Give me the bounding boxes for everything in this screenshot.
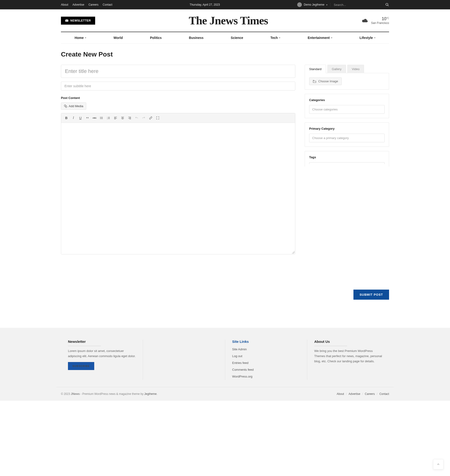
nav-science[interactable]: Science (229, 32, 246, 43)
header: NEWSLETTER The Jnews Times 10°C San Fran… (56, 9, 394, 32)
nav-entertainment[interactable]: Entertainment▾ (305, 32, 335, 43)
primary-category-panel: Primary Category Choose a primary catego… (305, 122, 389, 147)
svg-rect-16 (108, 119, 110, 119)
newsletter-button[interactable]: NEWSLETTER (61, 17, 95, 25)
svg-rect-25 (128, 117, 131, 117)
topbar-link-careers[interactable]: Careers (88, 3, 98, 6)
nav-label: Tech (271, 36, 278, 40)
footer-bottom-about[interactable]: About (337, 392, 344, 396)
search-input[interactable] (334, 3, 362, 6)
topbar-date: Thursday, April 27, 2023 (112, 3, 297, 6)
svg-rect-18 (114, 118, 116, 118)
svg-rect-8 (101, 118, 103, 118)
weather-city: San Francisco (371, 21, 389, 25)
align-right-button[interactable] (126, 115, 133, 121)
bold-button[interactable]: B (63, 115, 70, 121)
weather-widget: 10°C San Francisco (362, 16, 389, 25)
chevron-down-icon: ▾ (326, 4, 327, 6)
add-media-button[interactable]: Add Media (61, 102, 86, 110)
nav-world[interactable]: World (111, 32, 125, 43)
choose-image-button[interactable]: Choose Image (309, 77, 342, 85)
site-logo[interactable]: The Jnews Times (189, 14, 268, 27)
svg-point-7 (100, 118, 101, 118)
svg-point-5 (100, 117, 101, 117)
svg-rect-19 (114, 118, 117, 119)
user-name: Demo Jegtheme (304, 3, 324, 6)
footer-link-comments-feed[interactable]: Comments feed (232, 366, 300, 373)
weather-unit: °C (386, 17, 389, 19)
topbar-link-advertise[interactable]: Advertise (72, 3, 84, 6)
align-center-button[interactable] (119, 115, 126, 121)
svg-point-9 (100, 119, 101, 119)
nav-lifestyle[interactable]: Lifestyle▾ (357, 32, 378, 43)
main-column: Post Content Add Media B I U ABC 123 (61, 65, 295, 254)
footer-empty (143, 339, 225, 380)
submit-post-button[interactable]: SUBMIT POST (353, 290, 389, 300)
nav-label: Home (75, 36, 84, 40)
subscribe-button[interactable]: SUBSCRIBE (68, 362, 94, 370)
nav-business[interactable]: Business (187, 32, 206, 43)
post-subtitle-input[interactable] (61, 82, 295, 90)
search-icon[interactable] (385, 3, 389, 6)
tab-video[interactable]: Video (347, 65, 364, 73)
editor: B I U ABC 123 (61, 113, 295, 254)
footer-bottom-links: About/ Advertise/ Careers/ Contact (337, 392, 389, 396)
align-left-button[interactable] (112, 115, 119, 121)
tab-standard[interactable]: Standard (305, 65, 326, 73)
strikethrough-button[interactable]: ABC (91, 115, 98, 121)
search-wrap (330, 3, 389, 6)
footer-link-wordpress[interactable]: WordPress.org (232, 373, 300, 380)
footer-link-entries-feed[interactable]: Entries feed (232, 359, 300, 366)
post-title-input[interactable] (61, 65, 295, 78)
svg-line-1 (388, 5, 389, 6)
folder-open-icon (313, 80, 316, 83)
nav-politics[interactable]: Politics (148, 32, 164, 43)
footer-bottom-advertise[interactable]: Advertise (349, 392, 360, 396)
footer: Newsletter Lorem ipsum dolor sit amet, c… (0, 328, 450, 401)
italic-button[interactable]: I (70, 115, 77, 121)
fullscreen-button[interactable] (154, 115, 161, 121)
footer-sitelinks-title: Site Links (232, 339, 265, 344)
nav-label: Politics (150, 36, 162, 40)
svg-point-0 (386, 3, 388, 5)
tags-title: Tags (309, 155, 385, 159)
topbar-link-contact[interactable]: Contact (103, 3, 112, 6)
nav-home[interactable]: Home▾ (72, 32, 89, 43)
undo-button[interactable] (133, 115, 140, 121)
nav-label: World (113, 36, 123, 40)
primary-category-select[interactable]: Choose a primary category (309, 134, 385, 142)
footer-bottom-contact[interactable]: Contact (379, 392, 389, 396)
footer-bottom-careers[interactable]: Careers (365, 392, 375, 396)
jegtheme-link[interactable]: Jegtheme (144, 392, 157, 396)
editor-textarea[interactable] (61, 123, 295, 254)
tags-input-partial[interactable] (309, 162, 385, 164)
underline-button[interactable]: U (77, 115, 84, 121)
svg-text:3: 3 (107, 119, 108, 119)
image-panel: Choose Image (305, 73, 389, 89)
footer-link-logout[interactable]: Log out (232, 353, 300, 359)
categories-panel: Categories Choose categories (305, 94, 389, 118)
footer-about: About Us We bring you the best Premium W… (307, 339, 389, 380)
footer-link-site-admin[interactable]: Site Admin (232, 346, 300, 353)
svg-rect-17 (114, 117, 117, 117)
tab-gallery[interactable]: Gallery (327, 65, 346, 73)
svg-rect-10 (101, 119, 103, 119)
cloud-icon (362, 18, 368, 23)
resize-handle[interactable] (292, 251, 295, 254)
numbered-list-button[interactable]: 123 (105, 115, 112, 121)
categories-select[interactable]: Choose categories (309, 105, 385, 114)
user-menu[interactable]: Demo Jegtheme ▾ (297, 2, 327, 7)
nav-label: Entertainment (308, 36, 330, 40)
newsletter-label: NEWSLETTER (70, 19, 91, 22)
svg-rect-27 (128, 118, 131, 119)
chevron-down-icon: ▾ (331, 36, 332, 39)
topbar-link-about[interactable]: About (61, 3, 68, 6)
footer-bottom: © 2023 JNews - Premium WordPress news & … (56, 387, 394, 401)
primary-category-title: Primary Category (309, 127, 385, 130)
blockquote-button[interactable] (84, 115, 91, 121)
categories-title: Categories (309, 98, 385, 102)
nav-tech[interactable]: Tech▾ (268, 32, 283, 43)
redo-button[interactable] (140, 115, 147, 121)
link-button[interactable] (148, 115, 154, 121)
bullet-list-button[interactable] (98, 115, 105, 121)
